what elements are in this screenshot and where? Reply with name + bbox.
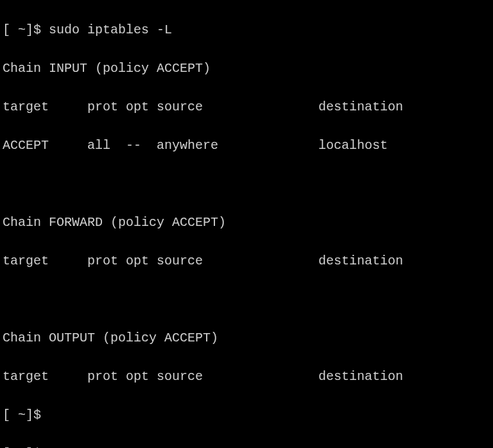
- blank-line: [3, 290, 493, 309]
- chain-header: Chain FORWARD (policy ACCEPT): [3, 213, 493, 232]
- prompt-line: [ ~]$: [3, 444, 493, 448]
- blank-line: [3, 175, 493, 194]
- prompt-line: [ ~]$: [3, 406, 493, 425]
- chain-header: Chain OUTPUT (policy ACCEPT): [3, 329, 493, 348]
- table-header: target prot opt source destination: [3, 367, 493, 386]
- rule-row: ACCEPT all -- anywhere localhost: [3, 136, 493, 155]
- table-header: target prot opt source destination: [3, 252, 493, 271]
- prompt-line: [ ~]$ sudo iptables -L: [3, 21, 493, 40]
- table-header: target prot opt source destination: [3, 98, 493, 117]
- terminal-output[interactable]: [ ~]$ sudo iptables -L Chain INPUT (poli…: [0, 0, 493, 448]
- chain-header: Chain INPUT (policy ACCEPT): [3, 59, 493, 78]
